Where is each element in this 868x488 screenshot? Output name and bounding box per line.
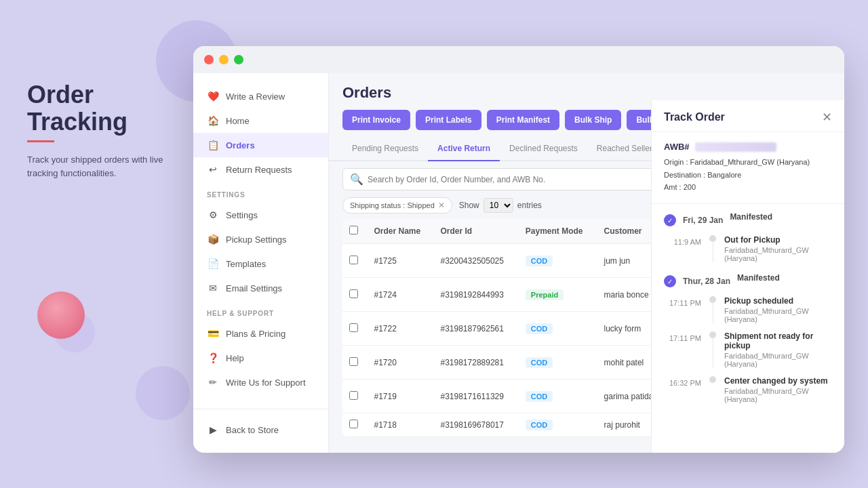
timeline-date-fri: ✓ Fri, 29 Jan Manifested (664, 212, 832, 228)
maximize-button-tl[interactable] (234, 55, 243, 64)
page-description: Track your shipped orders with live trac… (27, 153, 176, 180)
tl-event-content: Out for Pickup Faridabad_Mthurard_GW (Ha… (724, 235, 832, 262)
order-id-cell: #3198192844993 (433, 278, 518, 312)
tl-event-content: Shipment not ready for pickup Faridabad_… (724, 331, 832, 368)
payment-badge: COD (526, 391, 553, 402)
tab-active-return[interactable]: Active Return (428, 137, 500, 161)
row-checkbox[interactable] (349, 357, 358, 366)
pink-ball-decoration (37, 291, 85, 339)
origin-label: Origin : (664, 158, 690, 166)
tab-declined[interactable]: Declined Requests (500, 137, 587, 161)
timeline-date-thur-label: Thur, 28 Jan (683, 277, 730, 286)
tl-line (713, 338, 713, 368)
timeline-group-fri: ✓ Fri, 29 Jan Manifested 11:9 AM (664, 212, 832, 262)
order-id-cell: #3198171611329 (433, 380, 518, 413)
row-checkbox[interactable] (349, 420, 358, 428)
sidebar-item-plans-label: Plans & Pricing (226, 329, 285, 339)
home-icon: 🏠 (207, 115, 219, 127)
track-detail-amt: Amt : 200 (664, 181, 832, 194)
col-order-id: Order Id (433, 219, 518, 244)
sidebar-item-email-label: Email Settings (226, 283, 282, 293)
print-manifest-button[interactable]: Print Manifest (487, 110, 559, 130)
manifested-thur: Manifested (737, 273, 780, 283)
sidebar-item-templates[interactable]: 📄 Templates (193, 251, 328, 276)
order-id-cell: #3198169678017 (433, 413, 518, 437)
remove-filter-icon[interactable]: ✕ (438, 201, 445, 210)
settings-section-label: SETTINGS (193, 182, 328, 203)
entries-select[interactable]: 10 25 50 (484, 198, 513, 213)
sidebar-item-return-requests[interactable]: ↩ Return Requests (193, 157, 328, 182)
email-icon: ✉ (207, 282, 219, 294)
track-panel-header: Track Order ✕ (652, 100, 844, 132)
order-name-cell: #1725 (367, 244, 433, 278)
sidebar-item-settings[interactable]: ⚙ Settings (193, 203, 328, 227)
tab-pending[interactable]: Pending Requests (342, 137, 428, 161)
destination-label: Destination : (664, 171, 707, 179)
main-content: Orders Print Invoice Print Labels Print … (329, 73, 844, 453)
col-order-name: Order Name (367, 219, 433, 244)
title-underline (27, 140, 54, 142)
sidebar-item-back-to-store[interactable]: ▶ Back to Store (193, 418, 328, 442)
tl-line (713, 303, 713, 323)
order-id-cell: #3200432505025 (433, 244, 518, 278)
sidebar-item-pickup-label: Pickup Settings (226, 235, 287, 245)
sidebar-item-back-label: Back to Store (226, 425, 279, 435)
order-id-cell: #3198172889281 (433, 346, 518, 380)
awb-number-blurred (695, 142, 776, 152)
sidebar-item-email-settings[interactable]: ✉ Email Settings (193, 276, 328, 300)
select-all-checkbox[interactable] (349, 226, 358, 235)
sidebar-item-pickup-settings[interactable]: 📦 Pickup Settings (193, 227, 328, 251)
destination-value: Bangalore (707, 171, 741, 179)
sidebar-item-home-label: Home (226, 116, 250, 126)
tl-time: 17:11 PM (664, 296, 701, 323)
manifested-fri: Manifested (730, 212, 772, 222)
search-icon: 🔍 (350, 173, 363, 186)
timeline-event: 16:32 PM Center changed by system Farida… (664, 376, 832, 403)
minimize-button-tl[interactable] (219, 55, 229, 64)
sidebar-item-help[interactable]: ❓ Help (193, 346, 328, 370)
sidebar-bottom: ▶ Back to Store (193, 409, 328, 442)
order-name-cell: #1724 (367, 278, 433, 312)
payment-badge: COD (526, 420, 553, 430)
order-id-cell: #3198187962561 (433, 312, 518, 346)
order-name-cell: #1719 (367, 380, 433, 413)
track-awb-section: AWB# Origin : Faridabad_Mthurard_GW (Har… (652, 132, 844, 204)
sidebar-item-home[interactable]: 🏠 Home (193, 108, 328, 133)
sidebar-item-orders[interactable]: 📋 Orders (193, 133, 328, 157)
track-detail-destination: Destination : Bangalore (664, 169, 832, 182)
timeline-event: 17:11 PM Pickup scheduled Faridabad_Mthu… (664, 296, 832, 323)
timeline-group-thur: ✓ Thur, 28 Jan Manifested 17:11 PM (664, 273, 832, 403)
tl-event-content: Pickup scheduled Faridabad_Mthurard_GW (… (724, 296, 832, 323)
row-checkbox[interactable] (349, 323, 358, 332)
return-icon: ↩ (207, 163, 219, 176)
shipping-status-filter[interactable]: Shipping status : Shipped ✕ (342, 197, 452, 214)
bulk-ship-button[interactable]: Bulk Ship (565, 110, 621, 130)
track-timeline: ✓ Fri, 29 Jan Manifested 11:9 AM (652, 204, 844, 453)
row-checkbox[interactable] (349, 289, 358, 298)
tl-circle (709, 331, 716, 338)
tl-circle (709, 376, 716, 383)
close-track-panel-button[interactable]: ✕ (822, 111, 832, 123)
origin-value: Faridabad_Mthurard_GW (Haryana) (690, 158, 810, 166)
write-us-icon: ✏ (207, 376, 219, 388)
sidebar-item-plans[interactable]: 💳 Plans & Pricing (193, 321, 328, 346)
tl-dot-col (708, 235, 717, 262)
amt-value: 200 (684, 183, 696, 191)
print-invoice-button[interactable]: Print Invoice (342, 110, 410, 130)
sidebar-item-write-review[interactable]: ❤️ Write a Review (193, 84, 328, 108)
tl-dot-col (708, 376, 717, 403)
timeline-check-fri: ✓ (664, 214, 676, 226)
row-checkbox[interactable] (349, 256, 358, 264)
sidebar-item-write-review-label: Write a Review (226, 92, 285, 102)
left-panel: Order Tracking Track your shipped orders… (27, 81, 176, 180)
row-checkbox[interactable] (349, 391, 358, 400)
payment-badge: COD (526, 256, 553, 266)
tl-time: 11:9 AM (664, 235, 701, 262)
sidebar: ❤️ Write a Review 🏠 Home 📋 Orders ↩ Retu… (193, 73, 329, 453)
close-button-tl[interactable] (204, 55, 214, 64)
title-bar (193, 46, 844, 73)
order-name-cell: #1722 (367, 312, 433, 346)
sidebar-item-write-us[interactable]: ✏ Write Us for Support (193, 370, 328, 394)
help-section-label: HELP & SUPPORT (193, 300, 328, 321)
print-labels-button[interactable]: Print Labels (416, 110, 481, 130)
